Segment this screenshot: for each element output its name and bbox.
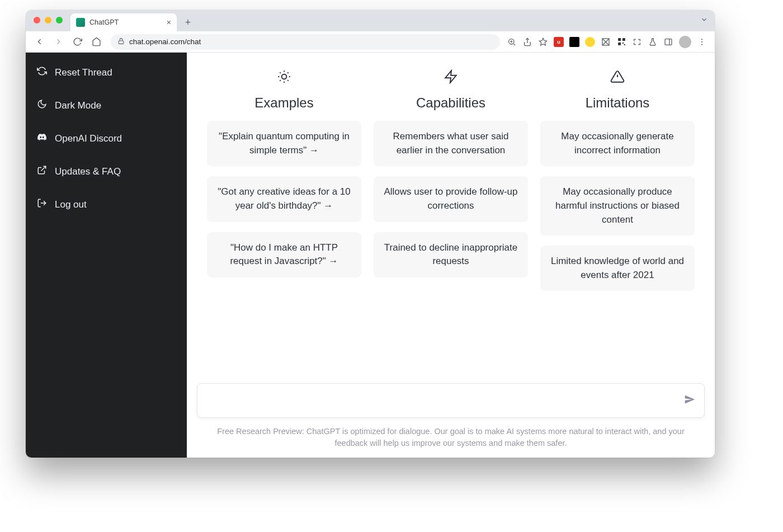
- example-card[interactable]: "Explain quantum computing in simple ter…: [207, 121, 361, 166]
- extensions-puzzle-icon[interactable]: [632, 37, 642, 47]
- sidebar-item-label: Dark Mode: [55, 100, 101, 111]
- maximize-window-button[interactable]: [56, 17, 63, 23]
- sidebar-item-reset-thread[interactable]: Reset Thread: [30, 57, 182, 88]
- sidebar-item-discord[interactable]: OpenAI Discord: [30, 123, 182, 154]
- extension-icon[interactable]: [601, 37, 611, 47]
- extensions-row: u: [507, 36, 709, 48]
- message-input-container: [197, 383, 705, 418]
- address-bar[interactable]: chat.openai.com/chat: [111, 34, 500, 50]
- window-controls: [34, 17, 63, 23]
- browser-tab[interactable]: ChatGPT ×: [70, 13, 177, 31]
- home-button[interactable]: [88, 34, 104, 50]
- column-title: Examples: [254, 95, 313, 111]
- svg-line-20: [41, 166, 46, 171]
- example-card[interactable]: "How do I make an HTTP request in Javasc…: [207, 232, 361, 277]
- example-card[interactable]: "Got any creative ideas for a 10 year ol…: [207, 176, 361, 222]
- svg-rect-14: [624, 44, 625, 45]
- svg-line-25: [280, 72, 281, 73]
- column-title: Limitations: [586, 95, 650, 111]
- browser-menu-icon[interactable]: [697, 37, 707, 47]
- discord-icon: [37, 132, 47, 145]
- column-title: Capabilities: [416, 95, 485, 111]
- share-icon[interactable]: [522, 37, 532, 47]
- ublock-extension-icon[interactable]: u: [554, 37, 564, 47]
- svg-rect-0: [119, 40, 124, 43]
- capability-card: Remembers what user said earlier in the …: [374, 121, 528, 166]
- logout-icon: [37, 198, 47, 211]
- reload-button[interactable]: [69, 34, 85, 50]
- limitation-card: May occasionally generate incorrect info…: [540, 121, 695, 166]
- column-limitations: Limitations May occasionally generate in…: [540, 63, 695, 301]
- qr-extension-icon[interactable]: [616, 37, 626, 47]
- sidebar-item-label: Reset Thread: [55, 67, 112, 78]
- svg-rect-13: [622, 43, 623, 44]
- reset-icon: [37, 66, 47, 79]
- capability-card: Trained to decline inappropriate request…: [374, 232, 528, 277]
- forward-button[interactable]: [50, 34, 66, 50]
- sidebar-item-label: OpenAI Discord: [55, 133, 122, 144]
- svg-line-30: [287, 72, 289, 73]
- svg-point-22: [282, 74, 287, 79]
- svg-rect-12: [618, 43, 621, 45]
- message-input[interactable]: [206, 394, 684, 407]
- tab-favicon: [76, 18, 85, 27]
- close-tab-button[interactable]: ×: [167, 18, 171, 27]
- limitation-card: Limited knowledge of world and events af…: [540, 246, 695, 291]
- input-area: [187, 376, 715, 420]
- capability-card: Allows user to provide follow-up correct…: [374, 176, 528, 222]
- sidebar: Reset Thread Dark Mode OpenAI Discord Up…: [26, 53, 187, 458]
- extension-icon[interactable]: [569, 37, 579, 47]
- url-text: chat.openai.com/chat: [129, 37, 201, 46]
- column-capabilities: Capabilities Remembers what user said ea…: [374, 63, 528, 301]
- page-content: Reset Thread Dark Mode OpenAI Discord Up…: [26, 53, 715, 458]
- footer-disclaimer: Free Research Preview: ChatGPT is optimi…: [187, 420, 715, 458]
- external-link-icon: [37, 165, 47, 178]
- new-tab-button[interactable]: +: [180, 15, 196, 30]
- svg-point-18: [701, 41, 702, 42]
- svg-rect-10: [618, 38, 621, 41]
- sidebar-item-logout[interactable]: Log out: [30, 189, 182, 220]
- sidebar-item-updates-faq[interactable]: Updates & FAQ: [30, 156, 182, 187]
- sidebar-item-dark-mode[interactable]: Dark Mode: [30, 90, 182, 121]
- svg-line-26: [287, 80, 289, 81]
- svg-rect-15: [665, 39, 672, 45]
- bookmark-star-icon[interactable]: [538, 37, 548, 47]
- moon-icon: [37, 99, 47, 112]
- svg-point-19: [701, 44, 702, 45]
- limitation-card: May occasionally produce harmful instruc…: [540, 176, 695, 236]
- close-window-button[interactable]: [34, 17, 40, 23]
- lock-icon: [117, 37, 125, 46]
- column-examples: Examples "Explain quantum computing in s…: [207, 63, 361, 301]
- svg-line-4: [513, 44, 515, 45]
- back-button[interactable]: [31, 34, 47, 50]
- browser-window: ChatGPT × + chat.openai.com/chat: [26, 10, 715, 458]
- profile-avatar[interactable]: [679, 36, 691, 48]
- sidebar-item-label: Log out: [55, 199, 87, 210]
- send-button[interactable]: [684, 394, 695, 407]
- svg-line-29: [280, 80, 281, 81]
- minimize-window-button[interactable]: [45, 17, 51, 23]
- sidepanel-icon[interactable]: [663, 37, 673, 47]
- zoom-icon[interactable]: [507, 37, 517, 47]
- svg-marker-6: [539, 38, 546, 45]
- extension-icon[interactable]: [585, 37, 595, 47]
- tab-title: ChatGPT: [89, 18, 162, 26]
- main-area: Examples "Explain quantum computing in s…: [187, 53, 715, 458]
- svg-point-17: [701, 39, 702, 40]
- browser-toolbar: chat.openai.com/chat u: [26, 31, 715, 53]
- sun-icon: [277, 67, 291, 86]
- svg-marker-31: [445, 70, 456, 83]
- tab-strip: ChatGPT × +: [26, 10, 715, 31]
- warning-icon: [610, 67, 625, 86]
- svg-rect-11: [622, 38, 625, 41]
- labs-flask-icon[interactable]: [648, 37, 658, 47]
- tabstrip-dropdown-button[interactable]: [700, 16, 708, 25]
- sidebar-item-label: Updates & FAQ: [55, 166, 121, 177]
- lightning-icon: [444, 67, 458, 86]
